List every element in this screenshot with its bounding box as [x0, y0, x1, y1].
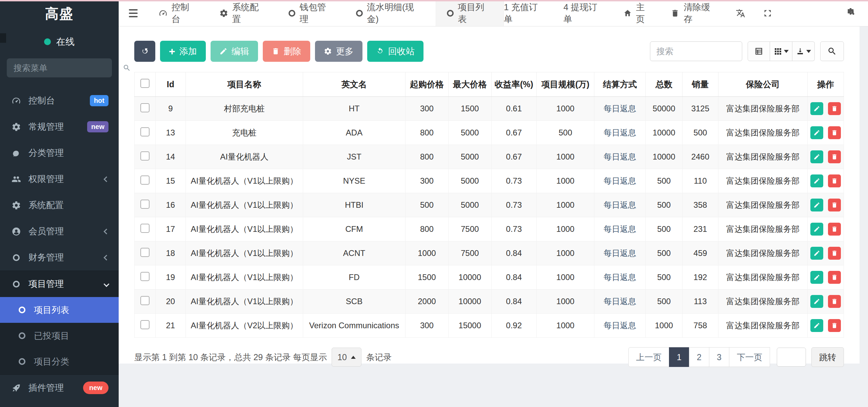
home-link[interactable]: 主页 — [623, 1, 653, 25]
sidebar-item-console[interactable]: 控制台 hot — [0, 88, 119, 114]
sidebar-item-members[interactable]: 会员管理 — [0, 218, 119, 244]
edit-row-button[interactable] — [810, 150, 823, 163]
edit-row-button[interactable] — [810, 102, 823, 115]
sidebar-item-finance[interactable]: 财务管理 — [0, 244, 119, 271]
tab-wallet[interactable]: 钱包管理 — [278, 0, 345, 26]
delete-row-button[interactable] — [828, 126, 841, 139]
settings-gears-icon[interactable] — [848, 8, 858, 18]
sidebar-search-input[interactable] — [14, 63, 123, 73]
add-button[interactable]: + 添加 — [160, 41, 206, 62]
actions-cell — [807, 169, 844, 193]
prev-page-button[interactable]: 上一页 — [628, 347, 669, 367]
column-header[interactable]: 起购价格 — [406, 72, 449, 97]
row-checkbox[interactable] — [140, 200, 150, 209]
column-header[interactable]: 项目名称 — [186, 72, 303, 97]
sidebar-item-category[interactable]: 分类管理 — [0, 140, 119, 166]
delete-row-button[interactable] — [828, 199, 841, 211]
page-button-3[interactable]: 3 — [709, 347, 729, 367]
cell-settle: 每日返息 — [594, 145, 646, 169]
circle-icon — [447, 10, 454, 17]
column-header[interactable]: 最大价格 — [448, 72, 491, 97]
search-submit-button[interactable] — [820, 41, 844, 61]
delete-row-button[interactable] — [828, 150, 841, 163]
row-checkbox[interactable] — [140, 103, 150, 112]
edit-row-button[interactable] — [810, 126, 823, 139]
sidebar-search[interactable] — [7, 58, 112, 77]
edit-row-button[interactable] — [810, 174, 823, 187]
edit-row-button[interactable] — [810, 271, 823, 284]
column-header[interactable]: 项目规模(万) — [536, 72, 594, 97]
column-header[interactable]: 结算方式 — [594, 72, 646, 97]
fullscreen-icon[interactable] — [763, 8, 772, 18]
sidebar-item-plugins[interactable]: 插件管理 new — [0, 375, 119, 401]
delete-row-button[interactable] — [828, 319, 841, 332]
column-header[interactable]: 英文名 — [303, 72, 406, 97]
row-checkbox[interactable] — [140, 296, 150, 305]
cell-settle: 每日返息 — [594, 290, 646, 314]
edit-row-button[interactable] — [810, 319, 823, 332]
delete-row-button[interactable] — [828, 247, 841, 260]
cell-total: 10000 — [646, 121, 683, 145]
list-view-icon[interactable] — [748, 41, 770, 61]
tab-system-config[interactable]: 系统配置 — [209, 0, 278, 26]
delete-row-button[interactable] — [828, 102, 841, 115]
page-button-2[interactable]: 2 — [689, 347, 709, 367]
column-header[interactable]: 总数 — [646, 72, 683, 97]
sidebar-item-general[interactable]: 常规管理 new — [0, 114, 119, 140]
delete-button[interactable]: 删除 — [263, 41, 310, 62]
row-checkbox[interactable] — [140, 151, 150, 161]
export-icon[interactable] — [792, 41, 815, 61]
edit-row-button[interactable] — [810, 247, 823, 260]
delete-row-button[interactable] — [828, 295, 841, 308]
delete-row-button[interactable] — [828, 174, 841, 187]
cell-en: Verizon Communications — [303, 314, 406, 338]
sidebar-item-system-config[interactable]: 系统配置 — [0, 192, 119, 218]
content-panel: + 添加 编辑 删除 — [119, 26, 860, 364]
column-header[interactable]: 收益率(%) — [491, 72, 536, 97]
row-checkbox[interactable] — [140, 272, 150, 281]
edit-row-button[interactable] — [810, 295, 823, 308]
caret-down-icon — [806, 50, 811, 53]
tab-cash-flow[interactable]: 流水明细(现金) — [345, 0, 436, 26]
translate-icon[interactable] — [736, 8, 745, 18]
table-search-input[interactable] — [650, 41, 742, 61]
column-header[interactable]: 操作 — [807, 72, 844, 97]
delete-row-button[interactable] — [828, 223, 841, 236]
next-page-button[interactable]: 下一页 — [729, 347, 770, 367]
cell-id: 13 — [155, 121, 185, 145]
columns-toggle-icon[interactable] — [770, 41, 792, 61]
jump-button[interactable]: 跳转 — [811, 347, 844, 367]
refresh-button[interactable] — [134, 41, 155, 62]
column-header[interactable]: 保险公司 — [718, 72, 807, 97]
row-checkbox[interactable] — [140, 320, 150, 329]
sidebar-item-invested-projects[interactable]: 已投项目 — [0, 323, 119, 349]
withdraw-orders-link[interactable]: 4 提现订单 — [564, 1, 606, 25]
header-checkbox-cell — [135, 72, 156, 97]
row-checkbox[interactable] — [140, 248, 150, 257]
recycle-bin-button[interactable]: 回收站 — [367, 41, 423, 62]
column-header[interactable]: 销量 — [683, 72, 718, 97]
select-all-checkbox[interactable] — [140, 79, 150, 88]
edit-button[interactable]: 编辑 — [211, 41, 258, 62]
column-header[interactable]: Id — [155, 72, 185, 97]
recharge-orders-link[interactable]: 1 充值订单 — [504, 1, 546, 25]
row-checkbox[interactable] — [140, 224, 150, 233]
sidebar-item-projects[interactable]: 项目管理 — [0, 271, 119, 297]
edit-row-button[interactable] — [810, 223, 823, 236]
tab-project-list[interactable]: 项目列表 — [436, 0, 504, 26]
jump-page-input[interactable] — [777, 348, 806, 367]
row-checkbox[interactable] — [140, 175, 150, 185]
menu-toggle-icon[interactable] — [119, 0, 148, 26]
clear-cache-link[interactable]: 清除缓存 — [671, 1, 718, 25]
edit-row-button[interactable] — [810, 199, 823, 211]
tab-console[interactable]: 控制台 — [148, 0, 209, 26]
row-checkbox[interactable] — [140, 127, 150, 136]
sidebar-item-project-list[interactable]: 项目列表 — [0, 297, 119, 323]
more-button[interactable]: 更多 — [315, 41, 362, 62]
page-size-select[interactable]: 10 — [332, 348, 361, 367]
cell-max: 10000 — [448, 290, 491, 314]
sidebar-item-permissions[interactable]: 权限管理 — [0, 166, 119, 192]
delete-row-button[interactable] — [828, 271, 841, 284]
page-button-1[interactable]: 1 — [669, 347, 689, 367]
sidebar-item-project-categories[interactable]: 项目分类 — [0, 349, 119, 374]
